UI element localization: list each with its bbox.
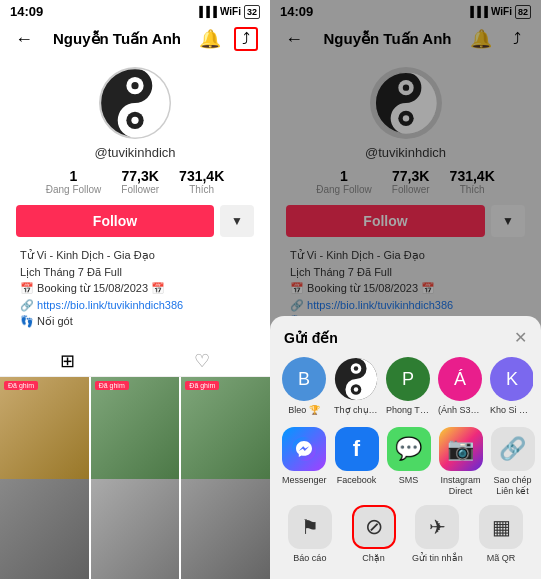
instagram-label: Instagram Direct [439, 475, 483, 497]
profile-section-left: @tuvikinhdich 1 Đang Follow 77,3K Follow… [0, 57, 270, 338]
contact-avatar-1: B [282, 357, 326, 401]
left-panel: 14:09 ▐▐▐ WiFi 32 ← Nguyễn Tuấn Anh 🔔 ⤴ [0, 0, 270, 579]
share-button-left[interactable]: ⤴ [234, 27, 258, 51]
status-icons-left: ▐▐▐ WiFi 32 [196, 5, 260, 19]
share-title: Gửi đến [284, 330, 338, 346]
video-badge-1: Đã ghim [4, 381, 38, 390]
page-title-left: Nguyễn Tuấn Anh [53, 30, 181, 48]
svg-point-15 [292, 437, 316, 461]
contact-name-4: (Ánh S3ni) 🏆 [438, 405, 482, 415]
contact-avatar-3: P [386, 357, 430, 401]
videos-grid-left: Đã ghim Dùng Kinh Dịch Để Tìm Phúc, Trán… [0, 377, 270, 580]
bio-section-left: Tử Vi - Kinh Dịch - Gia Đạo Lịch Tháng 7… [16, 247, 254, 330]
stats-row-left: 1 Đang Follow 77,3K Follower 731,4K Thíc… [46, 168, 225, 195]
contact-item-5[interactable]: K Kho Si Bao Ngọc [490, 357, 533, 415]
copy-label: Sao chép Liên kết [491, 475, 535, 497]
status-bar-left: 14:09 ▐▐▐ WiFi 32 [0, 0, 270, 21]
wifi-icon-left: WiFi [220, 6, 241, 17]
stat-follower-value-left: 77,3K [122, 168, 159, 184]
bell-button-left[interactable]: 🔔 [198, 27, 222, 51]
svg-point-3 [131, 82, 138, 89]
stat-follower-label-left: Follower [121, 184, 159, 195]
app-messenger[interactable]: Messenger [282, 427, 327, 497]
sms-label: SMS [399, 475, 419, 486]
contact-item-2[interactable]: Thợ chụp khoảnh kh... [334, 357, 378, 415]
signal-icon-left: ▐▐▐ [196, 6, 217, 17]
stat-following-left: 1 Đang Follow [46, 168, 102, 195]
top-nav-left: ← Nguyễn Tuấn Anh 🔔 ⤴ [0, 21, 270, 57]
action-report[interactable]: ⚑ Báo cáo [282, 505, 338, 563]
bio-link-left[interactable]: 🔗 https://bio.link/tuvikinhdich386 [20, 297, 250, 314]
action-block[interactable]: ⊘ Chặn [346, 505, 402, 563]
contact-item-4[interactable]: Á (Ánh S3ni) 🏆 [438, 357, 482, 415]
contact-name-5: Kho Si Bao Ngọc [490, 405, 533, 415]
bio-line1-left: Tử Vi - Kinh Dịch - Gia Đạo [20, 247, 250, 264]
contact-name-1: Bleo 🏆 [288, 405, 320, 415]
stat-likes-left: 731,4K Thích [179, 168, 224, 195]
messenger-svg [291, 436, 317, 462]
video-thumb-4[interactable]: Tại Sao Cho Mẹ Luôn ▶ Vừa xem [0, 479, 89, 579]
video-badge-3: Đã ghim [185, 381, 219, 390]
follow-row-left: Follow ▼ [16, 205, 254, 237]
instagram-icon: 📷 [439, 427, 483, 471]
contacts-row: B Bleo 🏆 Thợ c [278, 357, 533, 423]
nav-icons-left: 🔔 ⤴ [198, 27, 258, 51]
bio-heel-left: 👣 Nối gót [20, 313, 250, 330]
apps-grid: Messenger f Facebook 💬 SMS 📷 Instagram D… [278, 423, 533, 505]
share-sheet: Gửi đến ✕ B Bleo 🏆 [270, 316, 541, 579]
contact-avatar-4: Á [438, 357, 482, 401]
svg-point-14 [354, 388, 358, 392]
contact-name-2: Thợ chụp khoảnh kh... [334, 405, 378, 415]
contact-avatar-5: K [490, 357, 533, 401]
time-left: 14:09 [10, 4, 43, 19]
follow-button-left[interactable]: Follow [16, 205, 214, 237]
contact-item-3[interactable]: P Phong Thủy Quốc Ký [386, 357, 430, 415]
contact-name-3: Phong Thủy Quốc Ký [386, 405, 430, 415]
contact-item-1[interactable]: B Bleo 🏆 [282, 357, 326, 415]
username-left: @tuvikinhdich [94, 145, 175, 160]
stat-following-label-left: Đang Follow [46, 184, 102, 195]
video-thumb-6[interactable]: Dù Tái Hôn Lần 2 Vẫn Có Thể Sai Lầm [181, 479, 270, 579]
facebook-icon: f [335, 427, 379, 471]
block-icon: ⊘ [352, 505, 396, 549]
bio-line3-left: 📅 Booking từ 15/08/2023 📅 [20, 280, 250, 297]
avatar-left [99, 67, 171, 139]
sms-icon: 💬 [387, 427, 431, 471]
copy-icon: 🔗 [491, 427, 535, 471]
app-sms[interactable]: 💬 SMS [387, 427, 431, 497]
app-copy[interactable]: 🔗 Sao chép Liên kết [491, 427, 535, 497]
messenger-icon [282, 427, 326, 471]
app-facebook[interactable]: f Facebook [335, 427, 379, 497]
stat-follower-left: 77,3K Follower [121, 168, 159, 195]
qr-icon: ▦ [479, 505, 523, 549]
action-message[interactable]: ✈ Gửi tin nhắn [410, 505, 466, 563]
back-button-left[interactable]: ← [12, 27, 36, 51]
action-qr[interactable]: ▦ Mã QR [473, 505, 529, 563]
report-label: Báo cáo [293, 553, 326, 563]
yin-yang-left [99, 67, 171, 139]
tab-fav-left[interactable]: ♡ [194, 350, 210, 372]
tab-grid-left[interactable]: ⊞ [60, 350, 75, 372]
actions-row: ⚑ Báo cáo ⊘ Chặn ✈ Gửi tin nhắn ▦ Mã QR [278, 505, 533, 563]
block-label: Chặn [362, 553, 385, 563]
right-panel: 14:09 ▐▐▐ WiFi 82 ← Nguyễn Tuấn Anh 🔔 ⤴ [270, 0, 541, 579]
svg-point-13 [354, 367, 358, 371]
message-icon: ✈ [415, 505, 459, 549]
close-button[interactable]: ✕ [514, 328, 527, 347]
svg-point-4 [131, 117, 138, 124]
stat-likes-value-left: 731,4K [179, 168, 224, 184]
battery-left: 32 [244, 5, 260, 19]
contact-yin-yang [334, 357, 378, 401]
video-thumb-5[interactable]: Các Cặp Vợ Chồng Đại Ký Cưới Nhau (P1) [91, 479, 180, 579]
app-instagram[interactable]: 📷 Instagram Direct [439, 427, 483, 497]
dropdown-button-left[interactable]: ▼ [220, 205, 254, 237]
message-label: Gửi tin nhắn [412, 553, 463, 563]
video-badge-2: Đã ghim [95, 381, 129, 390]
stat-likes-label-left: Thích [189, 184, 214, 195]
messenger-label: Messenger [282, 475, 327, 486]
share-header: Gửi đến ✕ [278, 328, 533, 347]
share-overlay: Gửi đến ✕ B Bleo 🏆 [270, 0, 541, 579]
report-icon: ⚑ [288, 505, 332, 549]
stat-following-value-left: 1 [70, 168, 78, 184]
bio-line2-left: Lịch Tháng 7 Đã Full [20, 264, 250, 281]
